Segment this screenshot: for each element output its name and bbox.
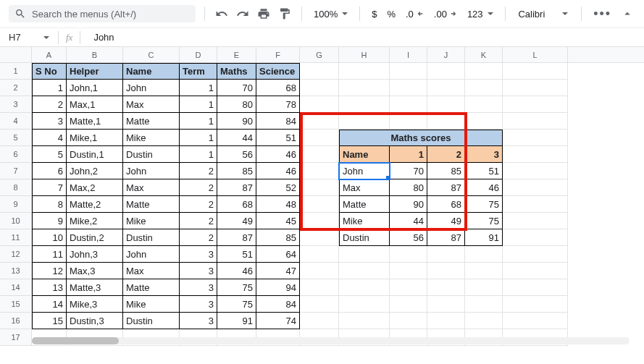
col-header[interactable]: C [123,47,180,62]
cell[interactable]: Matte,1 [67,113,123,130]
cell[interactable] [390,279,427,296]
cell[interactable] [300,80,339,96]
cell[interactable] [390,113,427,130]
row-header[interactable]: 7 [0,163,31,179]
cell[interactable]: 90 [390,196,427,213]
cell[interactable] [339,279,390,296]
cell[interactable]: 85 [427,163,465,179]
cell[interactable]: 1 [180,146,217,163]
paint-format-button[interactable] [276,4,293,23]
cell[interactable] [390,263,427,279]
col-header[interactable]: K [465,47,503,62]
row-header[interactable]: 14 [0,279,31,296]
cell[interactable]: 3 [180,313,217,329]
cell[interactable]: Dustin,3 [67,313,123,329]
col-header[interactable]: E [217,47,256,62]
cell[interactable] [300,130,339,146]
cell[interactable] [503,229,568,246]
cell[interactable] [339,113,390,130]
cell[interactable] [465,313,503,329]
cell[interactable]: 85 [217,163,256,179]
cell[interactable] [300,279,339,296]
cell[interactable]: 3 [180,296,217,313]
cell[interactable] [465,296,503,313]
cell[interactable]: Max [123,263,180,279]
cell[interactable]: 3 [180,263,217,279]
cell[interactable] [300,179,339,196]
cell[interactable]: John,3 [67,246,123,263]
cell[interactable] [300,63,339,80]
cell[interactable]: 84 [256,113,300,130]
cell[interactable]: 14 [32,296,67,313]
search-menu[interactable]: Search the menus (Alt+/) [9,5,196,22]
cell[interactable]: 3 [180,279,217,296]
cell[interactable] [300,113,339,130]
cell[interactable]: 15 [32,313,67,329]
cell[interactable]: 46 [465,179,503,196]
cell[interactable]: 91 [465,229,503,246]
row-header[interactable]: 4 [0,113,31,130]
cell[interactable]: 2 [180,163,217,179]
col-header[interactable]: D [180,47,217,62]
cell[interactable]: 49 [217,213,256,229]
format-123-dropdown[interactable]: 123 [464,9,496,20]
cell[interactable]: Max [123,96,180,113]
cell[interactable]: Term [180,63,217,80]
row-header[interactable]: 10 [0,213,31,229]
cell[interactable] [427,263,465,279]
cell[interactable]: 78 [256,96,300,113]
cell[interactable]: 6 [32,163,67,179]
cell[interactable] [503,196,568,213]
cell[interactable]: Matte,2 [67,196,123,213]
cell[interactable] [300,146,339,163]
cell[interactable]: 80 [217,96,256,113]
cell[interactable]: Max [339,179,390,196]
cell[interactable] [503,113,568,130]
col-header[interactable]: F [256,47,300,62]
cell[interactable]: Helper [67,63,123,80]
print-button[interactable] [255,4,272,23]
cell[interactable]: Matte,3 [67,279,123,296]
cell[interactable] [390,63,427,80]
cell[interactable]: 75 [465,213,503,229]
cell[interactable]: 75 [465,196,503,213]
cell[interactable] [465,263,503,279]
cell[interactable] [427,113,465,130]
cell[interactable]: Mike [123,213,180,229]
cell[interactable]: John,1 [67,80,123,96]
cell[interactable]: 68 [256,80,300,96]
cell[interactable]: 1 [180,113,217,130]
cell[interactable] [390,313,427,329]
formula-input[interactable]: John [80,32,114,43]
cell[interactable]: Mike [339,213,390,229]
cell[interactable]: John [123,80,180,96]
cell[interactable]: Max,1 [67,96,123,113]
cell[interactable] [427,279,465,296]
cell[interactable]: Max [123,179,180,196]
currency-button[interactable]: $ [369,9,380,20]
cell[interactable]: 80 [390,179,427,196]
cell[interactable]: 87 [427,179,465,196]
row-header[interactable]: 9 [0,196,31,213]
cell[interactable] [503,80,568,96]
cell[interactable] [503,279,568,296]
cell[interactable]: 1 [32,80,67,96]
cell[interactable] [339,246,390,263]
cell[interactable] [300,96,339,113]
cell[interactable] [300,246,339,263]
cell[interactable] [390,296,427,313]
cell[interactable]: 90 [217,113,256,130]
cell[interactable]: 2 [180,213,217,229]
cell[interactable]: 2 [180,179,217,196]
cell[interactable]: 47 [256,263,300,279]
cell[interactable]: 2 [427,146,465,163]
col-header[interactable]: B [67,47,123,62]
cell[interactable]: 3 [32,113,67,130]
cell[interactable]: Dustin [123,313,180,329]
cell[interactable] [339,296,390,313]
cell[interactable] [503,246,568,263]
cell[interactable]: 68 [427,196,465,213]
row-header[interactable]: 16 [0,313,31,329]
decrease-decimal-button[interactable]: .0 [403,9,427,20]
cell[interactable]: 87 [427,229,465,246]
